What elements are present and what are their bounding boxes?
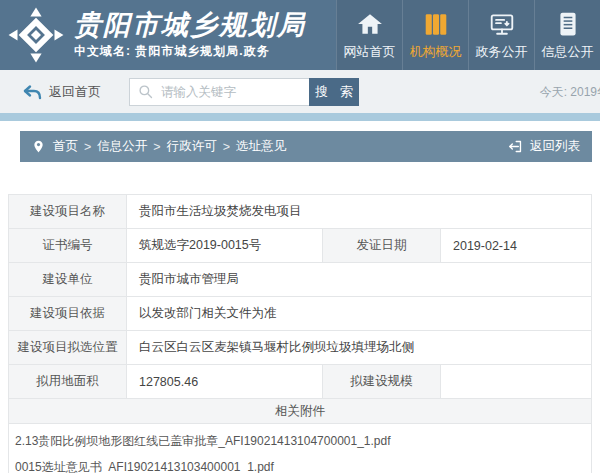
home-icon <box>357 11 383 37</box>
table-row: 建设项目名称 贵阳市生活垃圾焚烧发电项目 <box>9 195 592 229</box>
attachments-row: 2.13贵阳比例坝地形图红线已盖审批章_AFI19021413104700001… <box>9 424 592 473</box>
attachments-cell: 2.13贵阳比例坝地形图红线已盖审批章_AFI19021413104700001… <box>9 424 592 473</box>
attachments-header-row: 相关附件 <box>9 399 592 424</box>
date-text: 今天: 2019年 <box>540 83 600 100</box>
attachment-link[interactable]: 2.13贵阳比例坝地形图红线已盖审批章_AFI19021413104700001… <box>15 433 585 450</box>
site-logo-icon <box>8 7 64 63</box>
tab-label: 网站首页 <box>344 43 396 61</box>
search-box <box>129 78 309 106</box>
table-row: 建设项目依据 以发改部门相关文件为准 <box>9 297 592 331</box>
toolbar: 返回首页 搜 索 今天: 2019年 <box>0 70 600 113</box>
tab-label: 政务公开 <box>476 43 528 61</box>
search-input[interactable] <box>161 85 301 99</box>
table-row: 建设项目拟选位置 白云区白云区麦架镇马堰村比例坝垃圾填埋场北侧 <box>9 331 592 365</box>
field-label: 建设项目名称 <box>9 195 127 229</box>
field-label: 证书编号 <box>9 229 127 263</box>
site-header: 贵阳市城乡规划局 中文域名: 贵阳市城乡规划局.政务 网站首页 <box>0 0 600 70</box>
breadcrumb-separator: > <box>153 140 160 154</box>
back-arrow-icon <box>22 83 42 101</box>
project-detail: 建设项目名称 贵阳市生活垃圾焚烧发电项目 证书编号 筑规选字2019-0015号… <box>8 194 592 473</box>
breadcrumb-separator: > <box>223 140 230 154</box>
search-group: 搜 索 <box>129 78 359 106</box>
site-titles: 贵阳市城乡规划局 中文域名: 贵阳市城乡规划局.政务 <box>74 10 306 60</box>
tab-organization[interactable]: 机构概况 <box>402 0 468 70</box>
field-label: 拟建设规模 <box>323 365 441 399</box>
attachment-link[interactable]: 0015选址意见书_AFI19021413103400001_1.pdf <box>15 459 585 473</box>
detail-table: 建设项目名称 贵阳市生活垃圾焚烧发电项目 证书编号 筑规选字2019-0015号… <box>8 194 592 473</box>
tab-label: 信息公开 <box>542 43 594 61</box>
back-to-list-button[interactable]: 返回列表 <box>507 138 580 155</box>
field-label: 建设项目拟选位置 <box>9 331 127 365</box>
return-exit-icon <box>507 138 524 155</box>
main-nav: 网站首页 机构概况 <box>336 0 600 70</box>
field-value <box>441 365 592 399</box>
field-value: 白云区白云区麦架镇马堰村比例坝垃圾填埋场北侧 <box>127 331 592 365</box>
field-value: 2019-02-14 <box>441 229 592 263</box>
breadcrumb-item-home[interactable]: 首页 <box>53 138 78 155</box>
attachments-header: 相关附件 <box>9 399 592 424</box>
field-label: 建设单位 <box>9 263 127 297</box>
breadcrumb-separator: > <box>84 140 91 154</box>
tab-information-disclosure[interactable]: 信息公开 <box>534 0 600 70</box>
page: 贵阳市城乡规划局 中文域名: 贵阳市城乡规划局.政务 网站首页 <box>0 0 600 473</box>
back-to-list-label: 返回列表 <box>530 138 580 155</box>
tab-site-home[interactable]: 网站首页 <box>336 0 402 70</box>
document-icon <box>555 11 581 37</box>
field-value: 贵阳市城市管理局 <box>127 263 592 297</box>
breadcrumb-item-admin-permit[interactable]: 行政许可 <box>167 138 217 155</box>
breadcrumb-item-site-opinion[interactable]: 选址意见 <box>236 138 286 155</box>
back-home-label: 返回首页 <box>49 83 101 101</box>
search-icon <box>138 84 153 99</box>
breadcrumb-item-info-disclosure[interactable]: 信息公开 <box>97 138 147 155</box>
tab-label: 机构概况 <box>410 43 462 61</box>
search-button[interactable]: 搜 索 <box>309 78 359 106</box>
field-label: 发证日期 <box>323 229 441 263</box>
field-value: 127805.46 <box>127 365 323 399</box>
tab-government-affairs[interactable]: 政务公开 <box>468 0 534 70</box>
field-value: 贵阳市生活垃圾焚烧发电项目 <box>127 195 592 229</box>
location-pin-icon <box>32 139 45 154</box>
table-row: 拟用地面积 127805.46 拟建设规模 <box>9 365 592 399</box>
monitor-icon <box>489 11 515 37</box>
table-row: 建设单位 贵阳市城市管理局 <box>9 263 592 297</box>
books-icon <box>423 11 449 37</box>
breadcrumb: 首页 > 信息公开 > 行政许可 > 选址意见 返回列表 <box>20 131 592 162</box>
field-label: 拟用地面积 <box>9 365 127 399</box>
divider-strip <box>0 113 600 121</box>
brand: 贵阳市城乡规划局 中文域名: 贵阳市城乡规划局.政务 <box>0 0 336 70</box>
field-value: 以发改部门相关文件为准 <box>127 297 592 331</box>
table-row: 证书编号 筑规选字2019-0015号 发证日期 2019-02-14 <box>9 229 592 263</box>
field-value: 筑规选字2019-0015号 <box>127 229 323 263</box>
back-home-link[interactable]: 返回首页 <box>22 83 101 101</box>
site-subtitle: 中文域名: 贵阳市城乡规划局.政务 <box>74 43 306 60</box>
site-title: 贵阳市城乡规划局 <box>74 10 306 40</box>
field-label: 建设项目依据 <box>9 297 127 331</box>
